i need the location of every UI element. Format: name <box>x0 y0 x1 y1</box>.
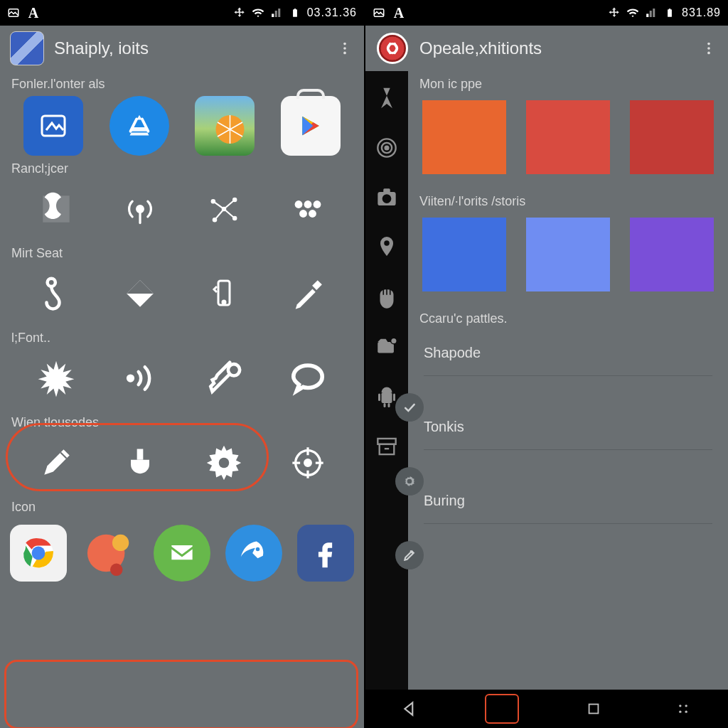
slider-knob-check-icon[interactable] <box>395 393 424 422</box>
overflow-menu-button[interactable] <box>337 41 354 56</box>
svg-rect-59 <box>589 705 599 714</box>
svg-point-16 <box>314 200 321 208</box>
svg-point-26 <box>219 458 230 469</box>
nav-back-button[interactable] <box>395 694 425 724</box>
svg-point-14 <box>295 200 303 208</box>
status-bar: A 831.89 <box>365 0 728 26</box>
overflow-menu-button[interactable] <box>701 41 718 56</box>
app-icon-orange[interactable] <box>195 96 255 156</box>
crosshair-icon[interactable] <box>282 437 333 488</box>
app-icon-messages[interactable] <box>154 525 210 582</box>
app-icon-rocket[interactable] <box>225 525 282 582</box>
paint-bucket-icon[interactable] <box>114 437 166 488</box>
section-label-caruc: Ccaru'c pattles. <box>408 306 728 331</box>
envelope-kite-icon[interactable] <box>114 268 166 319</box>
app-icon-playstore[interactable] <box>281 96 341 156</box>
color-swatch[interactable] <box>526 100 610 174</box>
battery-icon <box>663 6 676 19</box>
swatch-row-2 <box>408 213 728 306</box>
svg-point-5 <box>343 52 346 55</box>
pref-row-shapode[interactable]: Shapode <box>424 331 712 375</box>
app-icon-dots-orange[interactable] <box>82 525 139 582</box>
color-swatch[interactable] <box>422 100 506 174</box>
svg-rect-37 <box>668 9 672 16</box>
side-rail <box>365 71 408 690</box>
usb-debug-icon <box>608 6 621 19</box>
antenna-icon[interactable] <box>114 183 166 235</box>
svg-point-28 <box>305 460 311 466</box>
svg-point-41 <box>707 52 710 55</box>
svg-rect-2 <box>294 9 296 10</box>
app-icon-facebook[interactable] <box>297 525 354 582</box>
hook-icon[interactable] <box>31 268 82 319</box>
fist-icon[interactable] <box>371 282 402 313</box>
svg-point-46 <box>382 194 392 203</box>
screwdriver-icon[interactable] <box>282 268 333 319</box>
wifi-icon <box>252 6 264 19</box>
app-logo-uk-icon[interactable] <box>10 31 44 65</box>
svg-rect-51 <box>382 392 392 403</box>
color-swatch[interactable] <box>422 218 506 291</box>
chat-bubble-icon[interactable] <box>282 353 333 404</box>
app-icon-chrome[interactable] <box>10 525 67 582</box>
page-title: Opeale,xhitionts <box>419 38 691 58</box>
nav-home-button[interactable] <box>485 694 519 724</box>
svg-rect-53 <box>393 394 395 402</box>
folder-badge-icon[interactable] <box>371 331 402 363</box>
swatch-row-1 <box>408 96 728 188</box>
pref-row-tonkis[interactable]: Tonkis <box>424 405 712 449</box>
app-logo-opera-icon[interactable] <box>375 31 410 65</box>
network-nodes-icon[interactable] <box>198 183 250 235</box>
burst-icon[interactable] <box>31 353 82 404</box>
camera-icon[interactable] <box>371 182 402 213</box>
phone-device-icon[interactable] <box>198 268 250 319</box>
archive-icon[interactable] <box>371 431 402 462</box>
preferences-list: Shapode Tonkis Buring <box>408 331 728 552</box>
section-label-randjcer: Rancl;jcer <box>0 156 364 181</box>
color-swatch[interactable] <box>526 218 610 291</box>
slider-knob-gear-icon[interactable] <box>395 467 424 496</box>
pref-label: Buring <box>424 493 465 509</box>
gear-icon[interactable] <box>198 437 250 488</box>
wifi-icon <box>626 6 639 19</box>
target-icon[interactable] <box>371 132 402 164</box>
right-content: Mon ic ppe Viiten/·l'orits /storis Ccaru… <box>365 71 728 690</box>
nav-menu-button[interactable] <box>668 694 698 724</box>
status-time: 831.89 <box>682 6 721 19</box>
section-label-mirt: Mirt Seat <box>0 240 364 265</box>
pin-icon[interactable] <box>371 232 402 263</box>
pref-row-buring[interactable]: Buring <box>424 478 712 523</box>
signal-icon <box>645 6 658 19</box>
svg-rect-49 <box>378 342 394 353</box>
right-phone: A 831.89 Opeale,xhitionts <box>364 0 728 728</box>
usb-debug-icon <box>233 6 246 19</box>
color-swatch[interactable] <box>630 100 714 174</box>
nav-recents-button[interactable] <box>579 694 609 724</box>
svg-point-61 <box>685 705 687 707</box>
dots-grid-icon[interactable] <box>282 183 333 235</box>
sound-wave-icon[interactable] <box>114 353 166 404</box>
svg-rect-22 <box>312 280 322 290</box>
app-grid-folder <box>0 96 364 156</box>
right-main: Mon ic ppe Viiten/·l'orits /storis Ccaru… <box>408 71 728 690</box>
stamp-icon[interactable] <box>31 183 82 235</box>
svg-point-62 <box>679 711 681 713</box>
ribbon-icon[interactable] <box>371 82 402 114</box>
app-icon-appstore[interactable] <box>109 96 169 156</box>
slider-knob-pen-icon[interactable] <box>395 541 424 569</box>
app-icon-gallery[interactable] <box>23 96 83 156</box>
picture-icon <box>373 6 385 19</box>
color-swatch[interactable] <box>630 218 714 291</box>
svg-point-21 <box>223 301 225 304</box>
app-bar: Shaiply, ioits <box>0 26 364 71</box>
app-bar: Opeale,xhitionts <box>365 26 728 71</box>
pref-label: Tonkis <box>424 419 464 435</box>
key-icon[interactable] <box>198 353 250 404</box>
dock-row <box>0 519 364 590</box>
left-content: Fonler.l'onter als Rancl;jcer Mirt Seat <box>0 71 364 728</box>
svg-point-40 <box>707 47 710 50</box>
svg-point-44 <box>385 146 389 150</box>
pencil-icon[interactable] <box>31 437 82 488</box>
battery-icon <box>289 6 301 19</box>
status-bar: A 03.31.36 <box>0 0 364 26</box>
